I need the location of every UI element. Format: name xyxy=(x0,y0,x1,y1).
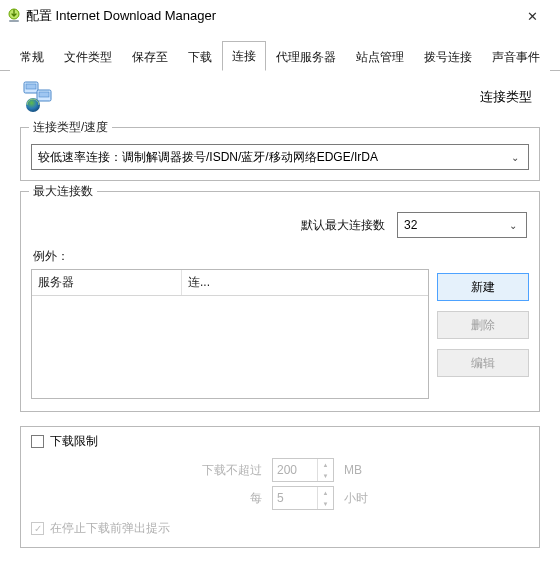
tab-sound[interactable]: 声音事件 xyxy=(482,42,550,71)
combo-default-max[interactable]: 32 ⌄ xyxy=(397,212,527,238)
checkbox-download-limit[interactable] xyxy=(31,435,44,448)
label-prompt-before-stop: 在停止下载前弹出提示 xyxy=(50,520,170,537)
delete-button[interactable]: 删除 xyxy=(437,311,529,339)
label-default-max: 默认最大连接数 xyxy=(301,217,385,234)
section-heading: 连接类型 xyxy=(480,88,532,106)
tab-general[interactable]: 常规 xyxy=(10,42,54,71)
spin-limit-hours-value: 5 xyxy=(277,491,284,505)
combo-default-max-value: 32 xyxy=(404,218,506,232)
close-button[interactable]: ✕ xyxy=(512,9,552,24)
combo-connection-type-value: 较低速率连接：调制解调器拨号/ISDN/蓝牙/移动网络EDGE/IrDA xyxy=(38,149,508,166)
tab-proxy[interactable]: 代理服务器 xyxy=(266,42,346,71)
label-unit-mb: MB xyxy=(344,463,376,477)
svg-rect-5 xyxy=(39,92,49,97)
exceptions-body xyxy=(32,296,428,398)
chevron-down-icon: ⌄ xyxy=(508,152,522,163)
svg-point-6 xyxy=(26,98,40,112)
spin-buttons-icon: ▲▼ xyxy=(317,459,333,481)
label-download-limit: 下载限制 xyxy=(50,433,98,450)
group-connection-type: 连接类型/速度 较低速率连接：调制解调器拨号/ISDN/蓝牙/移动网络EDGE/… xyxy=(20,127,540,181)
exceptions-table[interactable]: 服务器 连... xyxy=(31,269,429,399)
label-limit-amount: 下载不超过 xyxy=(184,462,262,479)
tab-saveto[interactable]: 保存至 xyxy=(122,42,178,71)
spin-limit-amount-value: 200 xyxy=(277,463,297,477)
spin-limit-amount[interactable]: 200 ▲▼ xyxy=(272,458,334,482)
tab-filetype[interactable]: 文件类型 xyxy=(54,42,122,71)
group-download-limit: 下载限制 下载不超过 200 ▲▼ MB 每 5 ▲▼ 小时 ✓ 在停止下载前弹… xyxy=(20,426,540,548)
label-limit-per: 每 xyxy=(184,490,262,507)
chevron-down-icon: ⌄ xyxy=(506,220,520,231)
group-max-connections: 最大连接数 默认最大连接数 32 ⌄ 例外： 服务器 连... 新建 删除 编辑 xyxy=(20,191,540,412)
tab-site[interactable]: 站点管理 xyxy=(346,42,414,71)
new-button[interactable]: 新建 xyxy=(437,273,529,301)
combo-connection-type[interactable]: 较低速率连接：调制解调器拨号/ISDN/蓝牙/移动网络EDGE/IrDA ⌄ xyxy=(31,144,529,170)
tab-connection[interactable]: 连接 xyxy=(222,41,266,71)
label-unit-hour: 小时 xyxy=(344,490,376,507)
tab-bar: 常规 文件类型 保存至 下载 连接 代理服务器 站点管理 拨号连接 声音事件 xyxy=(0,40,560,71)
spin-buttons-icon: ▲▼ xyxy=(317,487,333,509)
window-title: 配置 Internet Download Manager xyxy=(26,7,512,25)
connection-icon xyxy=(22,81,58,113)
label-exceptions: 例外： xyxy=(31,248,529,267)
col-connections[interactable]: 连... xyxy=(182,270,428,295)
svg-rect-3 xyxy=(26,84,36,89)
checkbox-prompt-before-stop[interactable]: ✓ xyxy=(31,522,44,535)
app-icon xyxy=(6,8,22,24)
tab-download[interactable]: 下载 xyxy=(178,42,222,71)
col-server[interactable]: 服务器 xyxy=(32,270,182,295)
legend-max-connections: 最大连接数 xyxy=(29,183,97,200)
edit-button[interactable]: 编辑 xyxy=(437,349,529,377)
tab-dialup[interactable]: 拨号连接 xyxy=(414,42,482,71)
legend-connection-type: 连接类型/速度 xyxy=(29,119,112,136)
spin-limit-hours[interactable]: 5 ▲▼ xyxy=(272,486,334,510)
svg-rect-1 xyxy=(9,20,19,22)
